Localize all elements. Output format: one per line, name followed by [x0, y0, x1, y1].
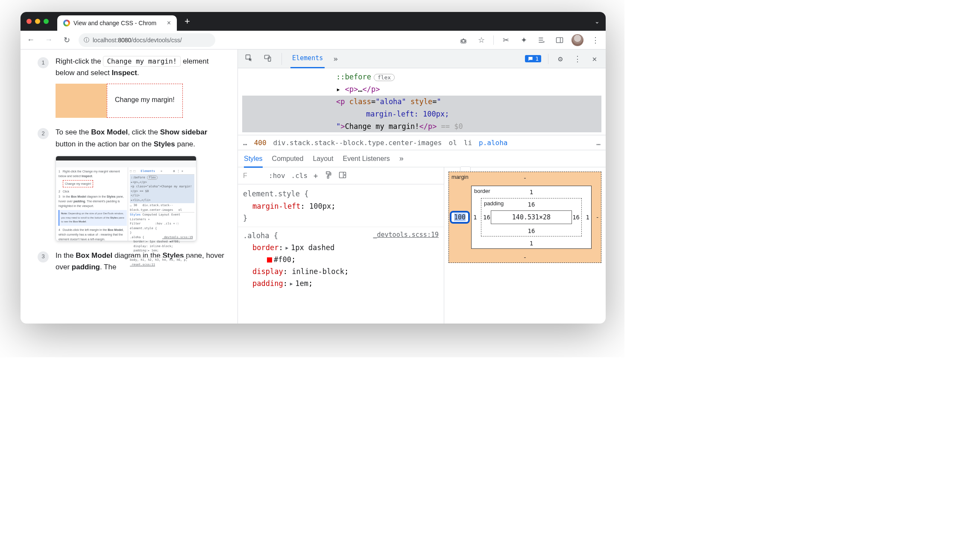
reload-icon[interactable]: ↻ [61, 34, 73, 46]
divider [281, 53, 282, 65]
tab-close-icon[interactable]: × [167, 19, 171, 27]
tab-title: View and change CSS - Chrom [73, 20, 156, 26]
url-text: localhost:8080/docs/devtools/css/ [93, 37, 182, 44]
filter-input[interactable]: F [243, 172, 263, 180]
box-model-margin[interactable]: margin - - - 100 border 1 1 1 1 paddin [448, 172, 601, 263]
svg-rect-6 [328, 176, 329, 178]
cls-toggle[interactable]: .cls [291, 172, 308, 180]
back-icon[interactable]: ← [25, 34, 37, 46]
tabs-dropdown-icon[interactable]: ⌄ [595, 18, 600, 25]
chrome-favicon-icon [63, 20, 70, 26]
side-panel-icon[interactable] [554, 34, 566, 46]
device-toggle-icon[interactable] [263, 54, 273, 64]
settings-gear-icon[interactable]: ⚙ [555, 54, 566, 63]
titlebar: View and change CSS - Chrom × + ⌄ [21, 12, 606, 31]
toolbar-divider [493, 35, 494, 45]
tab-elements[interactable]: Elements [290, 49, 325, 68]
kebab-menu-icon[interactable]: ⋮ [572, 54, 583, 63]
styles-tabs: Styles Computed Layout Event Listeners » [238, 150, 606, 167]
bookmark-star-icon[interactable]: ☆ [475, 34, 487, 46]
dom-node[interactable]: ▸ <p>…</p> [242, 83, 601, 96]
dom-node-selected[interactable]: <p class="aloha" style=" [242, 96, 601, 108]
box-model-padding[interactable]: padding 16 16 16 16 140.531×28 [481, 198, 582, 236]
hov-toggle[interactable]: :hov [269, 172, 285, 180]
step-2: 2 To see the Box Model, click the Show s… [38, 126, 229, 241]
page-content: 1 Right-click the Change my margin! elem… [21, 50, 606, 324]
scissors-icon[interactable]: ✂ [500, 34, 512, 46]
devtools-tabs: Elements » 1 ⚙ ⋮ ✕ [238, 50, 606, 68]
demo-element[interactable]: Change my margin! [107, 84, 183, 118]
dom-tree[interactable]: ::beforeflex ▸ <p>…</p> <p class="aloha"… [238, 68, 606, 135]
browser-window: View and change CSS - Chrom × + ⌄ ← → ↻ … [21, 12, 606, 324]
forward-icon: → [43, 34, 55, 46]
color-swatch-icon[interactable] [267, 257, 272, 262]
menu-kebab-icon[interactable]: ⋮ [589, 34, 601, 46]
devtools-panel: Elements » 1 ⚙ ⋮ ✕ ::beforeflex ▸ <p>…</… [237, 50, 606, 324]
site-info-icon[interactable]: ⓘ [84, 36, 89, 44]
window-maximize-icon[interactable] [44, 19, 49, 24]
screenshot-thumbnail: 1 Right-click the Change my margin! elem… [56, 156, 196, 241]
share-icon[interactable] [457, 34, 469, 46]
extensions-icon[interactable]: ✦ [518, 34, 530, 46]
close-devtools-icon[interactable]: ✕ [589, 54, 600, 63]
tab-event-listeners[interactable]: Event Listeners [343, 155, 390, 163]
demo-box: Change my margin! [56, 84, 201, 118]
tab-computed[interactable]: Computed [272, 155, 304, 163]
dom-breadcrumb[interactable]: … 400 div.stack.stack--block.type.center… [238, 135, 606, 150]
margin-left-value[interactable]: 100 [450, 211, 470, 224]
step-number: 3 [38, 251, 49, 262]
inspect-icon[interactable] [244, 54, 254, 64]
sidebar-toggle-icon[interactable] [338, 171, 347, 181]
step-number: 2 [38, 128, 49, 139]
tab-styles[interactable]: Styles [244, 150, 263, 168]
source-link[interactable]: _devtools.scss:19 [373, 230, 439, 240]
more-tabs-icon[interactable]: » [399, 154, 404, 163]
tab-layout[interactable]: Layout [313, 155, 333, 163]
styles-action-bar: F :hov .cls + [238, 167, 444, 184]
paint-icon[interactable] [324, 171, 332, 181]
box-model-diagram[interactable]: margin - - - 100 border 1 1 1 1 paddin [444, 167, 606, 324]
docs-panel: 1 Right-click the Change my margin! elem… [21, 50, 237, 324]
browser-tab[interactable]: View and change CSS - Chrom × [57, 15, 177, 31]
address-bar[interactable]: ⓘ localhost:8080/docs/devtools/css/ [79, 33, 215, 47]
box-model-content[interactable]: 140.531×28 [491, 210, 572, 224]
step1-code: Change my margin! [103, 56, 181, 67]
traffic-lights [26, 19, 49, 24]
more-tabs-icon[interactable]: » [333, 54, 338, 63]
flex-badge[interactable]: flex [374, 74, 395, 81]
css-rules[interactable]: element.style { margin-left: 100px; } .a… [238, 184, 444, 324]
margin-highlight [56, 84, 107, 118]
reading-list-icon[interactable] [536, 34, 548, 46]
step-1: 1 Right-click the Change my margin! elem… [38, 55, 229, 118]
step1-text: Right-click the [56, 57, 103, 65]
svg-rect-1 [557, 38, 563, 43]
window-minimize-icon[interactable] [35, 19, 40, 24]
profile-avatar[interactable] [572, 34, 583, 46]
new-tab-icon[interactable]: + [185, 16, 190, 27]
browser-toolbar: ← → ↻ ⓘ localhost:8080/docs/devtools/css… [21, 31, 606, 50]
issues-badge[interactable]: 1 [525, 55, 541, 62]
step-number: 1 [38, 57, 49, 68]
window-close-icon[interactable] [26, 19, 32, 24]
box-model-border[interactable]: border 1 1 1 1 padding 16 16 16 16 [471, 186, 592, 249]
new-rule-icon[interactable]: + [314, 172, 318, 180]
